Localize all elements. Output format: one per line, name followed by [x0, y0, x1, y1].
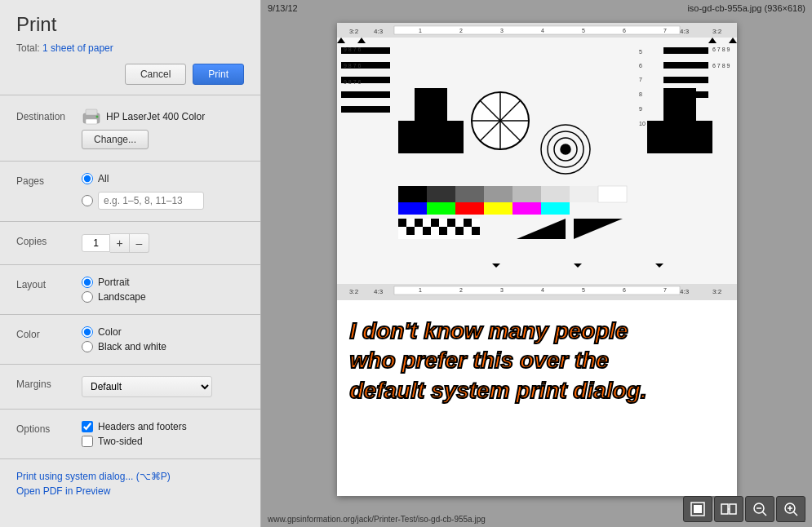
zoom-fit-button[interactable]	[683, 496, 712, 522]
margins-row: Margins Default None Minimum Custom	[0, 371, 260, 402]
color-color-radio[interactable]	[82, 326, 93, 338]
color-bw-label: Black and white	[98, 341, 166, 352]
zoom-actual-button[interactable]	[714, 496, 743, 522]
svg-rect-42	[663, 77, 708, 83]
svg-rect-61	[427, 202, 455, 215]
svg-text:2: 2	[459, 287, 463, 293]
svg-rect-62	[455, 202, 484, 215]
svg-text:3: 3	[500, 28, 504, 33]
svg-text:6 7 8 9: 6 7 8 9	[712, 63, 730, 69]
svg-text:8: 8	[639, 91, 642, 97]
preview-container: 3:2 4:3 1:1 1:1 4:3 3:2 1 2 3 4 5 6 7	[261, 16, 812, 511]
layout-row: Layout Portrait Landscape	[0, 272, 260, 308]
pages-label: Pages	[16, 173, 82, 187]
color-bw-radio[interactable]	[82, 341, 93, 352]
copies-label: Copies	[16, 233, 82, 247]
two-sided-checkbox[interactable]	[82, 436, 93, 447]
printer-icon	[82, 108, 101, 125]
right-panel: 9/13/12 iso-gd-cb-955a.jpg (936×618) 3:2…	[261, 0, 812, 527]
svg-rect-41	[663, 62, 708, 69]
svg-rect-74	[464, 219, 472, 227]
svg-text:9 8 7 6: 9 8 7 6	[344, 63, 362, 69]
svg-text:3: 3	[500, 287, 504, 293]
svg-text:2: 2	[459, 28, 463, 33]
left-panel: Print Total: 1 sheet of paper Cancel Pri…	[0, 0, 261, 527]
options-content: Headers and footers Two-sided	[82, 421, 244, 447]
color-color-label: Color	[98, 326, 122, 338]
headers-footers-label: Headers and footers	[98, 421, 187, 432]
zoom-out-icon	[752, 501, 768, 517]
preview-top-bar: 9/13/12 iso-gd-cb-955a.jpg (936×618)	[261, 0, 812, 16]
pages-all-label: All	[98, 173, 109, 184]
change-button[interactable]: Change...	[82, 130, 149, 149]
bottom-url: www.gpsinformation.org/jack/Printer-Test…	[268, 515, 486, 524]
pages-row: Pages All	[0, 168, 260, 215]
margins-content: Default None Minimum Custom	[82, 376, 244, 397]
pages-all-radio[interactable]	[82, 173, 93, 184]
svg-rect-76	[472, 227, 480, 235]
color-content: Color Black and white	[82, 326, 244, 352]
svg-rect-59	[598, 186, 627, 202]
svg-rect-27	[341, 91, 390, 98]
copies-decrement-button[interactable]: –	[130, 233, 149, 253]
open-pdf-link[interactable]: Open PDF in Preview	[16, 485, 244, 497]
svg-rect-73	[447, 219, 455, 227]
svg-rect-69	[431, 219, 439, 227]
total-line: Total: 1 sheet of paper	[0, 42, 260, 64]
svg-rect-58	[570, 186, 598, 202]
headers-footers-option[interactable]: Headers and footers	[82, 421, 244, 432]
zoom-in-icon	[783, 501, 799, 517]
layout-portrait-radio[interactable]	[82, 277, 93, 288]
svg-text:9 8 7 6: 9 8 7 6	[344, 79, 362, 85]
layout-portrait-option[interactable]: Portrait	[82, 277, 244, 288]
copies-increment-button[interactable]: +	[110, 233, 130, 253]
layout-landscape-option[interactable]: Landscape	[82, 291, 244, 303]
color-color-option[interactable]: Color	[82, 326, 244, 338]
svg-rect-70	[406, 227, 415, 235]
margins-select[interactable]: Default None Minimum Custom	[82, 376, 212, 397]
pages-custom-input[interactable]	[98, 192, 204, 210]
svg-text:5: 5	[639, 49, 642, 55]
cancel-button[interactable]: Cancel	[125, 64, 186, 85]
svg-text:1: 1	[419, 28, 422, 33]
svg-rect-72	[439, 227, 447, 235]
zoom-in-button[interactable]	[776, 496, 805, 522]
link-row: Print using system dialog... (⌥⌘P) Open …	[0, 466, 260, 505]
svg-line-112	[794, 512, 798, 516]
form-section: Destination HP LaserJet 400 Color Change…	[0, 95, 260, 527]
copies-input[interactable]	[82, 234, 110, 252]
pages-all-option[interactable]: All	[82, 173, 244, 184]
svg-text:1: 1	[419, 287, 422, 293]
svg-rect-106	[730, 504, 736, 514]
svg-text:6 7 8 9: 6 7 8 9	[712, 46, 730, 52]
svg-text:6: 6	[623, 287, 626, 293]
svg-rect-95	[394, 286, 680, 294]
svg-rect-75	[455, 227, 464, 235]
layout-content: Portrait Landscape	[82, 277, 244, 303]
color-bw-option[interactable]: Black and white	[82, 341, 244, 352]
headers-footers-checkbox[interactable]	[82, 421, 93, 432]
zoom-out-button[interactable]	[745, 496, 774, 522]
svg-text:10: 10	[639, 121, 646, 126]
copies-control: + –	[82, 233, 244, 253]
two-sided-option[interactable]: Two-sided	[82, 436, 244, 447]
svg-rect-12	[394, 26, 680, 34]
button-row: Cancel Print	[0, 64, 260, 95]
svg-text:7: 7	[663, 287, 667, 293]
actual-size-icon	[721, 501, 737, 517]
svg-rect-67	[398, 219, 406, 227]
print-button[interactable]: Print	[193, 64, 244, 85]
svg-text:4: 4	[541, 287, 544, 293]
svg-point-39	[561, 144, 570, 154]
layout-landscape-label: Landscape	[98, 291, 146, 303]
svg-text:3:2: 3:2	[349, 28, 359, 35]
print-title: Print	[0, 0, 260, 42]
pages-custom-radio[interactable]	[82, 195, 93, 206]
svg-rect-2	[86, 119, 97, 124]
system-dialog-link[interactable]: Print using system dialog... (⌥⌘P)	[16, 471, 244, 482]
destination-label: Destination	[16, 108, 82, 122]
svg-text:5: 5	[582, 28, 585, 33]
top-bar-date: 9/13/12	[268, 3, 298, 13]
svg-rect-64	[512, 202, 541, 215]
layout-landscape-radio[interactable]	[82, 291, 93, 303]
